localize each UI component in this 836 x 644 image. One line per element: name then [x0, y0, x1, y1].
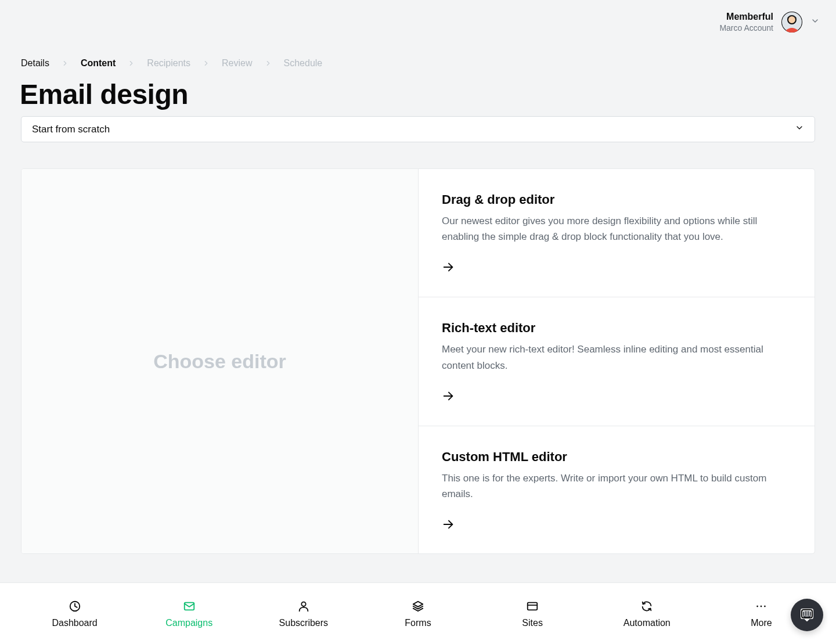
editor-title: Rich-text editor: [442, 321, 791, 336]
nav-dashboard[interactable]: Dashboard: [40, 599, 110, 628]
bottom-nav: Dashboard Campaigns Subscribers Forms Si…: [0, 582, 836, 644]
template-select-value: Start from scratch: [32, 124, 110, 135]
mail-icon: [182, 599, 196, 613]
avatar[interactable]: [781, 12, 802, 33]
account-menu[interactable]: Memberful Marco Account: [719, 12, 820, 33]
email-design-card: Choose editor Drag & drop editor Our new…: [21, 168, 815, 554]
nav-label: Subscribers: [279, 618, 328, 628]
arrow-right-icon: [442, 390, 791, 405]
nav-label: Forms: [405, 618, 431, 628]
chevron-right-icon: [61, 59, 69, 67]
chevron-right-icon: [127, 59, 135, 67]
breadcrumb-details[interactable]: Details: [21, 58, 49, 69]
breadcrumb-recipients: Recipients: [147, 58, 190, 69]
clock-icon: [68, 599, 82, 613]
svg-rect-9: [528, 602, 538, 610]
editor-desc: Our newest editor gives you more design …: [442, 213, 779, 244]
sync-icon: [640, 599, 654, 613]
nav-label: Automation: [624, 618, 671, 628]
template-select[interactable]: Start from scratch: [21, 116, 815, 142]
arrow-right-icon: [442, 261, 791, 276]
arrow-right-icon: [442, 518, 791, 533]
page-title: Email design: [20, 78, 188, 110]
chevron-down-icon: [795, 123, 804, 135]
breadcrumb-schedule: Schedule: [284, 58, 323, 69]
dots-icon: [754, 599, 768, 613]
nav-label: More: [751, 618, 772, 628]
editor-desc: Meet your new rich-text editor! Seamless…: [442, 341, 779, 373]
svg-point-11: [757, 605, 759, 607]
account-sub: Marco Account: [719, 23, 773, 33]
account-name: Memberful: [719, 12, 773, 22]
layers-icon: [411, 599, 425, 613]
editor-title: Drag & drop editor: [442, 192, 791, 207]
nav-subscribers[interactable]: Subscribers: [269, 599, 338, 628]
nav-label: Dashboard: [52, 618, 97, 628]
breadcrumb: Details Content Recipients Review Schedu…: [21, 58, 322, 69]
website-icon: [525, 599, 539, 613]
nav-more[interactable]: More: [726, 599, 796, 628]
chevron-down-icon: [810, 16, 820, 28]
nav-label: Campaigns: [165, 618, 212, 628]
svg-point-7: [301, 602, 305, 606]
person-icon: [297, 599, 311, 613]
intercom-launcher[interactable]: [791, 599, 823, 631]
editor-title: Custom HTML editor: [442, 449, 791, 465]
svg-point-12: [761, 605, 762, 607]
editor-option-custom-html[interactable]: Custom HTML editor This one is for the e…: [419, 426, 815, 554]
chevron-right-icon: [264, 59, 272, 67]
editors-pane: Drag & drop editor Our newest editor giv…: [419, 169, 815, 553]
nav-label: Sites: [522, 618, 543, 628]
breadcrumb-review: Review: [222, 58, 252, 69]
svg-marker-8: [413, 601, 423, 606]
preview-pane: Choose editor: [21, 169, 419, 553]
chevron-right-icon: [202, 59, 210, 67]
editor-option-drag-drop[interactable]: Drag & drop editor Our newest editor giv…: [419, 169, 815, 297]
nav-sites[interactable]: Sites: [498, 599, 567, 628]
svg-point-13: [764, 605, 766, 607]
account-text: Memberful Marco Account: [719, 12, 773, 33]
nav-forms[interactable]: Forms: [383, 599, 453, 628]
breadcrumb-content[interactable]: Content: [81, 58, 116, 69]
editor-option-rich-text[interactable]: Rich-text editor Meet your new rich-text…: [419, 297, 815, 426]
nav-automation[interactable]: Automation: [612, 599, 682, 628]
editor-desc: This one is for the experts. Write or im…: [442, 470, 779, 502]
preview-placeholder: Choose editor: [153, 350, 286, 373]
nav-campaigns[interactable]: Campaigns: [154, 599, 224, 628]
